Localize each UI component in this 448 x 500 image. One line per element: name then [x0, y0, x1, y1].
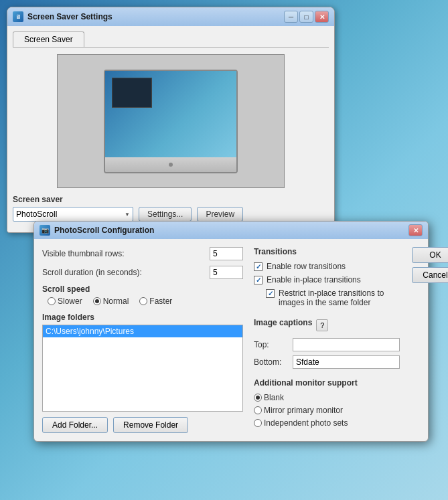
tab-screen-saver[interactable]: Screen Saver — [13, 31, 84, 47]
transitions-section: Transitions Enable row transitions Enabl… — [254, 247, 400, 307]
restrict-inplace-row: Restrict in-place transitions to images … — [266, 288, 400, 307]
remove-folder-button[interactable]: Remove Folder — [113, 417, 188, 433]
screensaver-select-row: PhotoScroll ▼ Settings... Preview — [13, 207, 329, 222]
radio-blank[interactable]: Blank — [254, 393, 400, 402]
radio-mirror[interactable]: Mirror primary monitor — [254, 406, 400, 415]
scroll-duration-input[interactable] — [210, 266, 243, 279]
monitor-base — [105, 157, 236, 172]
screensaver-window-content: Screen Saver Screen saver PhotoScroll ▼ … — [7, 26, 334, 232]
scroll-duration-label: Scroll duration (in seconds): — [42, 268, 210, 277]
preview-button[interactable]: Preview — [197, 207, 243, 222]
folder-buttons: Add Folder... Remove Folder — [42, 417, 243, 433]
image-folders-label: Image folders — [42, 313, 243, 322]
photoscroll-config-dialog: 📷 PhotoScroll Configuration ✕ Visible th… — [33, 221, 429, 442]
enable-row-transitions-label: Enable row transitions — [267, 262, 346, 271]
screensaver-window-icon: 🖥 — [13, 11, 23, 22]
screensaver-dropdown[interactable]: PhotoScroll ▼ — [13, 207, 133, 222]
close-button[interactable]: ✕ — [315, 11, 329, 23]
dropdown-arrow-icon: ▼ — [125, 212, 130, 218]
right-main: Transitions Enable row transitions Enabl… — [254, 247, 400, 428]
monitor-support-label: Additional monitor support — [254, 378, 400, 388]
radio-circle-normal — [93, 297, 101, 305]
radio-mirror-label: Mirror primary monitor — [264, 406, 343, 415]
radio-circle-slower — [48, 297, 56, 305]
radio-slower[interactable]: Slower — [48, 297, 82, 306]
radio-normal[interactable]: Normal — [93, 297, 129, 306]
radio-circle-mirror — [254, 406, 262, 414]
monitor-support-section: Additional monitor support Blank Mirror … — [254, 378, 400, 428]
screensaver-selected-value: PhotoScroll — [16, 210, 57, 219]
enable-row-transitions-checkbox[interactable] — [254, 262, 263, 271]
radio-faster[interactable]: Faster — [139, 297, 172, 306]
dialog-right-panel: Transitions Enable row transitions Enabl… — [243, 247, 448, 433]
monitor-screen — [105, 71, 236, 157]
scroll-speed-radio-row: Slower Normal Faster — [48, 297, 243, 306]
ok-button[interactable]: OK — [412, 247, 448, 263]
caption-top-row: Top: — [254, 338, 400, 351]
dialog-left-panel: Visible thumbnail rows: Scroll duration … — [42, 247, 243, 433]
scroll-speed-group: Scroll speed Slower Normal Faster — [42, 284, 243, 306]
radio-independent-label: Independent photo sets — [264, 418, 348, 428]
caption-bottom-input[interactable] — [293, 355, 400, 369]
dialog-action-buttons: OK Cancel — [406, 247, 448, 428]
radio-slower-label: Slower — [58, 297, 82, 306]
restrict-inplace-label: Restrict in-place transitions to images … — [279, 288, 400, 307]
titlebar-left: 🖥 Screen Saver Settings — [13, 11, 113, 22]
radio-circle-blank — [254, 394, 262, 402]
enable-inplace-transitions-label: Enable in-place transitions — [267, 275, 361, 284]
preview-area — [57, 54, 285, 188]
cancel-button[interactable]: Cancel — [412, 267, 448, 283]
caption-bottom-row: Bottom: — [254, 355, 400, 369]
image-captions-header-row: Image captions ? — [254, 318, 400, 333]
folder-item-pictures[interactable]: C:\Users\johnny\Pictures — [43, 325, 242, 337]
scroll-duration-row: Scroll duration (in seconds): — [42, 266, 243, 279]
dialog-titlebar: 📷 PhotoScroll Configuration ✕ — [34, 222, 428, 239]
minimize-button[interactable]: ─ — [284, 11, 298, 23]
right-columns: Transitions Enable row transitions Enabl… — [254, 247, 448, 428]
image-captions-label: Image captions — [254, 318, 312, 327]
radio-circle-faster — [139, 297, 147, 305]
radio-blank-label: Blank — [264, 393, 284, 402]
radio-normal-label: Normal — [103, 297, 129, 306]
radio-faster-label: Faster — [149, 297, 172, 306]
caption-top-input[interactable] — [293, 338, 400, 351]
titlebar-buttons: ─ □ ✕ — [284, 11, 329, 23]
screen-saver-section-label: Screen saver — [13, 195, 329, 204]
thumbnail-rows-input[interactable] — [210, 247, 243, 260]
caption-top-label: Top: — [254, 340, 287, 349]
transitions-label: Transitions — [254, 247, 400, 256]
dialog-titlebar-buttons: ✕ — [408, 224, 423, 236]
captions-help-button[interactable]: ? — [316, 319, 328, 331]
monitor-dot — [169, 163, 173, 167]
enable-inplace-transitions-checkbox[interactable] — [254, 276, 263, 284]
restrict-inplace-checkbox[interactable] — [266, 289, 275, 298]
scroll-speed-label: Scroll speed — [42, 284, 243, 294]
screensaver-titlebar: 🖥 Screen Saver Settings ─ □ ✕ — [7, 7, 334, 26]
dialog-buttons: OK Cancel — [406, 247, 448, 283]
folder-list[interactable]: C:\Users\johnny\Pictures — [42, 325, 243, 412]
thumbnail-rows-row: Visible thumbnail rows: — [42, 247, 243, 260]
enable-row-transitions-row: Enable row transitions — [254, 262, 400, 271]
enable-inplace-transitions-row: Enable in-place transitions — [254, 275, 400, 284]
monitor-screen-inner — [112, 78, 152, 108]
maximize-button[interactable]: □ — [299, 11, 313, 23]
screensaver-settings-window: 🖥 Screen Saver Settings ─ □ ✕ Screen Sav… — [7, 7, 335, 233]
captions-section: Image captions ? Top: Bottom: — [254, 318, 400, 369]
add-folder-button[interactable]: Add Folder... — [42, 417, 108, 433]
dialog-icon: 📷 — [40, 225, 50, 236]
radio-independent[interactable]: Independent photo sets — [254, 418, 400, 428]
dialog-content: Visible thumbnail rows: Scroll duration … — [34, 239, 428, 441]
radio-circle-independent — [254, 419, 262, 427]
preview-monitor — [104, 70, 238, 173]
dialog-close-button[interactable]: ✕ — [408, 224, 423, 236]
settings-button[interactable]: Settings... — [139, 207, 192, 222]
tab-bar: Screen Saver — [13, 31, 329, 48]
dialog-title: PhotoScroll Configuration — [54, 226, 154, 235]
dialog-titlebar-left: 📷 PhotoScroll Configuration — [40, 225, 154, 236]
screensaver-window-title: Screen Saver Settings — [27, 12, 113, 21]
caption-bottom-label: Bottom: — [254, 357, 287, 367]
thumbnail-rows-label: Visible thumbnail rows: — [42, 249, 210, 258]
